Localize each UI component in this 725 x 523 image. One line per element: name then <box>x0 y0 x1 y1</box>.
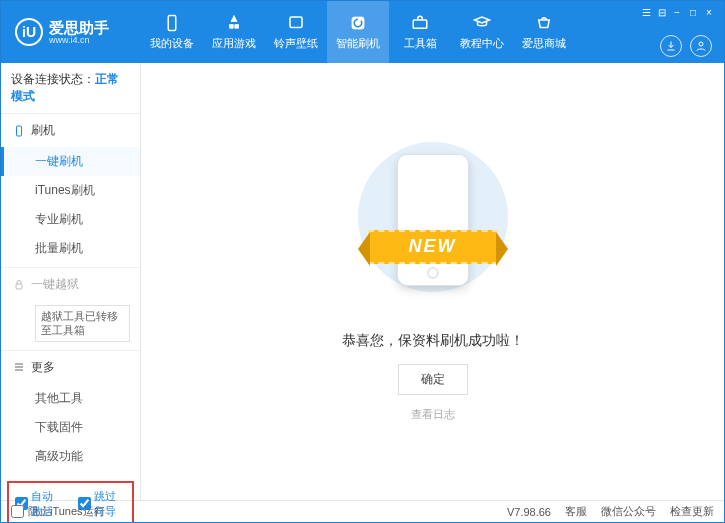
more-section-header[interactable]: 更多 <box>1 351 140 384</box>
connection-status: 设备连接状态：正常模式 <box>1 63 140 114</box>
success-message: 恭喜您，保资料刷机成功啦！ <box>342 332 524 350</box>
nav-apps-games[interactable]: 应用游戏 <box>203 1 265 63</box>
customer-service-link[interactable]: 客服 <box>565 504 587 519</box>
ok-button[interactable]: 确定 <box>398 364 468 395</box>
minimize-icon[interactable]: − <box>674 7 684 17</box>
sidebar-item-batch-flash[interactable]: 批量刷机 <box>1 234 140 263</box>
section-label: 刷机 <box>31 122 55 139</box>
view-log-link[interactable]: 查看日志 <box>411 407 455 422</box>
sidebar-item-one-click-flash[interactable]: 一键刷机 <box>1 147 140 176</box>
sidebar-item-itunes-flash[interactable]: iTunes刷机 <box>1 176 140 205</box>
sidebar-item-advanced[interactable]: 高级功能 <box>1 442 140 471</box>
app-name: 爱思助手 <box>49 20 109 35</box>
store-icon <box>535 14 553 32</box>
nav-tutorials[interactable]: 教程中心 <box>451 1 513 63</box>
device-icon <box>163 14 181 32</box>
sidebar: 设备连接状态：正常模式 刷机 一键刷机 iTunes刷机 专业刷机 批量刷机 一… <box>1 63 141 500</box>
nav-label: 智能刷机 <box>336 36 380 51</box>
close-icon[interactable]: × <box>706 7 716 17</box>
nav-ringtones[interactable]: 铃声壁纸 <box>265 1 327 63</box>
title-bar: iU 爱思助手 www.i4.cn 我的设备 应用游戏 铃声壁纸 智能刷机 工具… <box>1 1 724 63</box>
nav-label: 工具箱 <box>404 36 437 51</box>
nav-label: 应用游戏 <box>212 36 256 51</box>
nav-store[interactable]: 爱思商城 <box>513 1 575 63</box>
section-label: 更多 <box>31 359 55 376</box>
nav-label: 教程中心 <box>460 36 504 51</box>
success-illustration: NEW <box>358 142 508 312</box>
nav-smart-flash[interactable]: 智能刷机 <box>327 1 389 63</box>
list-icon <box>13 361 25 373</box>
header-actions <box>660 35 712 57</box>
version-label: V7.98.66 <box>507 506 551 518</box>
window-controls: ☰ ⊟ − □ × <box>642 7 716 17</box>
sidebar-item-pro-flash[interactable]: 专业刷机 <box>1 205 140 234</box>
jailbreak-section-header[interactable]: 一键越狱 <box>1 268 140 301</box>
download-icon <box>665 40 677 52</box>
tutorial-icon <box>473 14 491 32</box>
nav-my-device[interactable]: 我的设备 <box>141 1 203 63</box>
flash-section-header[interactable]: 刷机 <box>1 114 140 147</box>
app-logo-icon: iU <box>15 18 43 46</box>
maximize-icon[interactable]: □ <box>690 7 700 17</box>
svg-rect-6 <box>16 284 22 289</box>
main-nav: 我的设备 应用游戏 铃声壁纸 智能刷机 工具箱 教程中心 爱思商城 <box>141 1 575 63</box>
svg-rect-3 <box>413 20 427 28</box>
nav-label: 我的设备 <box>150 36 194 51</box>
logo-area: iU 爱思助手 www.i4.cn <box>1 18 141 46</box>
lock-icon[interactable]: ⊟ <box>658 7 668 17</box>
check-update-link[interactable]: 检查更新 <box>670 504 714 519</box>
toolbox-icon <box>411 14 429 32</box>
download-button[interactable] <box>660 35 682 57</box>
block-itunes-checkbox[interactable]: 阻止iTunes运行 <box>11 504 105 519</box>
svg-point-4 <box>699 42 703 46</box>
lock-icon <box>13 279 25 291</box>
section-label: 一键越狱 <box>31 276 79 293</box>
connection-label: 设备连接状态： <box>11 72 95 86</box>
wechat-link[interactable]: 微信公众号 <box>601 504 656 519</box>
account-button[interactable] <box>690 35 712 57</box>
main-content: NEW 恭喜您，保资料刷机成功啦！ 确定 查看日志 <box>141 63 724 500</box>
user-icon <box>695 40 707 52</box>
new-banner: NEW <box>368 230 498 264</box>
phone-icon <box>13 125 25 137</box>
nav-toolbox[interactable]: 工具箱 <box>389 1 451 63</box>
flash-icon <box>349 14 367 32</box>
menu-icon[interactable]: ☰ <box>642 7 652 17</box>
svg-rect-0 <box>168 15 176 30</box>
svg-rect-5 <box>17 126 22 136</box>
apps-icon <box>225 14 243 32</box>
nav-label: 爱思商城 <box>522 36 566 51</box>
jailbreak-note: 越狱工具已转移至工具箱 <box>35 305 130 342</box>
sidebar-item-other-tools[interactable]: 其他工具 <box>1 384 140 413</box>
app-url: www.i4.cn <box>49 35 109 45</box>
nav-label: 铃声壁纸 <box>274 36 318 51</box>
svg-rect-1 <box>290 17 302 28</box>
sidebar-item-download-firmware[interactable]: 下载固件 <box>1 413 140 442</box>
wallpaper-icon <box>287 14 305 32</box>
checkbox-label: 阻止iTunes运行 <box>28 504 105 519</box>
